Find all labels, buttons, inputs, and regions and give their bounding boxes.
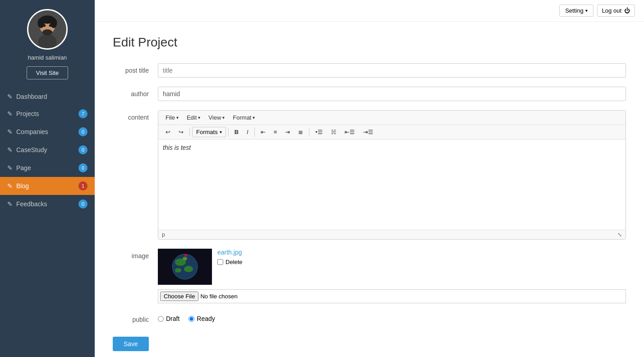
projects-icon: ✎ bbox=[7, 110, 13, 117]
dashboard-icon: ✎ bbox=[7, 93, 13, 100]
outdent-button[interactable]: ⇤☰ bbox=[341, 127, 359, 137]
editor-body[interactable]: this is test bbox=[158, 139, 626, 230]
align-left-button[interactable]: ⇤ bbox=[257, 127, 269, 137]
sidebar-item-page[interactable]: ✎Page0 bbox=[0, 159, 95, 177]
chevron-down-icon: ▾ bbox=[220, 130, 222, 134]
save-button[interactable]: Save bbox=[113, 337, 149, 351]
sidebar-item-projects[interactable]: ✎Projects7 bbox=[0, 105, 95, 123]
chevron-down-icon: ▾ bbox=[253, 115, 255, 120]
public-field: Draft Ready bbox=[158, 312, 626, 322]
post-title-label: post title bbox=[113, 63, 158, 74]
numbered-list-button[interactable]: ☵ bbox=[327, 127, 340, 137]
redo-button[interactable]: ↪ bbox=[175, 127, 187, 137]
sidebar: hamid salimian Visit Site ✎Dashboard✎Pro… bbox=[0, 0, 95, 357]
sidebar-item-label: Companies bbox=[16, 128, 48, 135]
content-row: content File ▾ Edit ▾ View bbox=[113, 110, 626, 240]
sidebar-item-label: Dashboard bbox=[16, 93, 47, 100]
delete-checkbox[interactable] bbox=[217, 259, 223, 265]
page-title: Edit Project bbox=[113, 35, 626, 50]
public-row: public Draft Ready bbox=[113, 312, 626, 323]
svg-point-12 bbox=[184, 266, 193, 272]
visit-site-button[interactable]: Visit Site bbox=[27, 66, 68, 79]
file-input[interactable] bbox=[158, 289, 626, 303]
statusbar-text: p bbox=[162, 232, 165, 238]
formats-dropdown[interactable]: Formats ▾ bbox=[192, 127, 226, 137]
chevron-down-icon: ▾ bbox=[222, 115, 225, 120]
ready-radio-label[interactable]: Ready bbox=[189, 315, 215, 322]
align-center-button[interactable]: ≡ bbox=[270, 127, 281, 137]
sidebar-item-dashboard[interactable]: ✎Dashboard bbox=[0, 88, 95, 105]
editor-file-menu[interactable]: File ▾ bbox=[162, 112, 182, 123]
post-title-row: post title bbox=[113, 63, 626, 78]
setting-label: Setting bbox=[565, 7, 583, 14]
nav-badge: 1 bbox=[78, 181, 87, 190]
author-label: author bbox=[113, 87, 158, 97]
image-info: earth.jpg Delete bbox=[217, 249, 243, 265]
author-row: author bbox=[113, 87, 626, 101]
draft-radio[interactable] bbox=[158, 316, 164, 322]
image-row: image bbox=[113, 249, 626, 303]
italic-button[interactable]: I bbox=[243, 127, 252, 137]
draft-radio-label[interactable]: Draft bbox=[158, 315, 179, 322]
username: hamid salimian bbox=[28, 54, 67, 61]
post-title-field bbox=[158, 63, 626, 78]
logout-label: Log out bbox=[602, 7, 621, 14]
sidebar-item-companies[interactable]: ✎Companies0 bbox=[0, 123, 95, 141]
toolbar-separator-4 bbox=[309, 128, 309, 137]
image-label: image bbox=[113, 249, 158, 260]
blog-icon: ✎ bbox=[7, 182, 13, 190]
sidebar-nav: ✎Dashboard✎Projects7✎Companies0✎CaseStud… bbox=[0, 88, 95, 213]
sidebar-item-label: Blog bbox=[16, 182, 29, 190]
align-justify-button[interactable]: ≣ bbox=[294, 127, 307, 137]
sidebar-item-blog[interactable]: ✎Blog1 bbox=[0, 177, 95, 195]
content-label: content bbox=[113, 110, 158, 121]
svg-point-13 bbox=[175, 268, 181, 273]
sidebar-item-casestudy[interactable]: ✎CaseStudy0 bbox=[0, 141, 95, 159]
editor-view-menu[interactable]: View ▾ bbox=[205, 112, 228, 123]
content-area: Edit Project post title author content bbox=[95, 22, 644, 357]
rich-text-editor: File ▾ Edit ▾ View ▾ Format bbox=[158, 110, 626, 240]
companies-icon: ✎ bbox=[7, 128, 13, 135]
bullet-list-button[interactable]: •☰ bbox=[312, 127, 327, 137]
editor-toolbar: ↩ ↪ Formats ▾ B I ⇤ ≡ ⇥ bbox=[158, 125, 626, 139]
resize-icon: ⤡ bbox=[617, 232, 622, 238]
chevron-down-icon: ▾ bbox=[198, 115, 200, 120]
nav-badge: 0 bbox=[78, 199, 87, 209]
casestudy-icon: ✎ bbox=[7, 146, 13, 153]
indent-button[interactable]: ⇥☰ bbox=[359, 127, 377, 137]
align-right-button[interactable]: ⇥ bbox=[281, 127, 294, 137]
ready-radio[interactable] bbox=[189, 316, 194, 322]
undo-button[interactable]: ↩ bbox=[162, 127, 174, 137]
sidebar-item-feedbacks[interactable]: ✎Feedbacks0 bbox=[0, 195, 95, 213]
editor-edit-menu[interactable]: Edit ▾ bbox=[183, 112, 204, 123]
delete-label-text: Delete bbox=[225, 259, 243, 265]
editor-format-menu[interactable]: Format ▾ bbox=[229, 112, 258, 123]
topbar: Setting ▾ Log out ⏻ bbox=[95, 0, 644, 22]
post-title-input[interactable] bbox=[158, 63, 626, 78]
author-field bbox=[158, 87, 626, 101]
nav-badge: 0 bbox=[78, 127, 87, 136]
svg-point-8 bbox=[49, 24, 52, 27]
file-input-wrap bbox=[158, 289, 626, 303]
editor-menubar: File ▾ Edit ▾ View ▾ Format bbox=[158, 111, 626, 125]
svg-point-5 bbox=[51, 18, 57, 28]
image-filename[interactable]: earth.jpg bbox=[217, 249, 243, 256]
editor-content: this is test bbox=[163, 144, 191, 151]
avatar bbox=[27, 9, 68, 50]
sidebar-item-label: Page bbox=[16, 164, 31, 172]
toolbar-separator bbox=[189, 128, 190, 137]
nav-badge: 0 bbox=[78, 145, 87, 154]
chevron-down-icon: ▾ bbox=[585, 8, 588, 13]
public-label: public bbox=[113, 312, 158, 323]
logout-button[interactable]: Log out ⏻ bbox=[597, 5, 635, 17]
setting-button[interactable]: Setting ▾ bbox=[559, 5, 593, 17]
svg-point-7 bbox=[43, 24, 46, 27]
image-preview-wrap: earth.jpg Delete bbox=[158, 249, 626, 285]
delete-checkbox-label[interactable]: Delete bbox=[217, 259, 243, 265]
bold-button[interactable]: B bbox=[231, 127, 242, 137]
chevron-down-icon: ▾ bbox=[176, 115, 179, 120]
image-field: earth.jpg Delete bbox=[158, 249, 626, 303]
sidebar-item-label: CaseStudy bbox=[16, 146, 47, 153]
sidebar-item-label: Feedbacks bbox=[16, 200, 47, 208]
author-input[interactable] bbox=[158, 87, 626, 101]
